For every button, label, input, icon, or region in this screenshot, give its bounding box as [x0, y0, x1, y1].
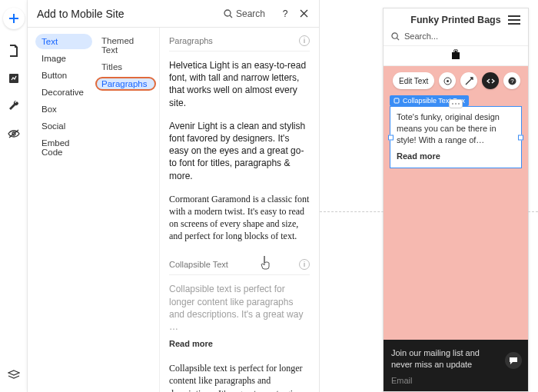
svg-line-10 [397, 38, 399, 40]
mobile-search-placeholder: Search... [404, 32, 438, 41]
mobile-site-title: Funky Printed Bags [404, 15, 508, 25]
info-icon[interactable]: i [299, 259, 310, 270]
panel-header: Add to Mobile Site Search ? [28, 0, 319, 28]
svg-point-12 [447, 80, 449, 82]
sample-collapsible-1-action[interactable]: Read more [169, 336, 310, 354]
help-icon[interactable]: ? [279, 8, 291, 20]
drag-handle[interactable] [449, 99, 463, 108]
section-collapsible: Collapsible Text i [169, 251, 310, 275]
category-box[interactable]: Box [35, 101, 92, 117]
category-text[interactable]: Text [35, 34, 92, 49]
info-icon[interactable]: i [299, 35, 310, 46]
category-embed[interactable]: Embed Code [35, 135, 92, 160]
preview-column: Paragraphs i Helvetica Light is an easy-… [160, 28, 319, 392]
svg-point-5 [224, 10, 231, 16]
menu-icon[interactable] [508, 15, 520, 25]
mobile-search[interactable]: Search... [391, 30, 520, 42]
tools-icon[interactable] [5, 97, 23, 115]
close-icon[interactable] [297, 8, 310, 20]
animation-button[interactable] [460, 72, 477, 89]
section-paragraphs-label: Paragraphs [169, 36, 213, 45]
sample-helvetica[interactable]: Helvetica Light is an easy-to-read font,… [169, 51, 310, 112]
mobile-preview: Funky Printed Bags Search... Edit Text [383, 8, 529, 392]
mobile-canvas[interactable]: Edit Text ? Collapsibl [384, 66, 528, 340]
element-read-more[interactable]: Read more [397, 151, 515, 162]
footer-text: Join our mailing list and never miss an … [391, 347, 520, 370]
edit-text-button[interactable]: Edit Text [393, 72, 434, 89]
category-button[interactable]: Button [35, 68, 92, 83]
element-toolbar: Edit Text ? [393, 72, 522, 89]
sample-avenir[interactable]: Avenir Light is a clean and stylish font… [169, 112, 310, 185]
sample-garamond[interactable]: Cormorant Garamond is a classic font wit… [169, 185, 310, 246]
sample-collapsible-1[interactable]: Collapsible text is perfect for longer c… [169, 275, 310, 336]
category-social[interactable]: Social [35, 118, 92, 134]
layers-icon[interactable] [5, 366, 23, 384]
subcategory-list: Themed Text Titles Paragraphs [92, 28, 160, 392]
bag-icon [451, 49, 460, 60]
email-field-label[interactable]: Email [391, 376, 520, 385]
section-collapsible-label: Collapsible Text [169, 260, 228, 269]
add-button[interactable] [3, 8, 25, 29]
svg-point-9 [392, 32, 397, 38]
code-button[interactable] [482, 72, 499, 89]
help-button[interactable]: ? [503, 72, 520, 89]
sample-collapsible-2[interactable]: Collapsible text is perfect for longer c… [169, 354, 310, 392]
editor-stage: Funky Printed Bags Search... Edit Text [320, 0, 538, 392]
section-paragraphs: Paragraphs i [169, 28, 310, 51]
panel-search[interactable]: Search [224, 8, 265, 19]
category-decorative[interactable]: Decorative [35, 85, 92, 100]
subcat-paragraphs[interactable]: Paragraphs [95, 77, 156, 91]
panel-search-label: Search [236, 8, 265, 19]
svg-rect-15 [394, 98, 399, 103]
svg-line-6 [230, 15, 232, 18]
hide-icon[interactable] [5, 125, 23, 143]
subcat-themed-text[interactable]: Themed Text [95, 34, 156, 57]
panel-title: Add to Mobile Site [37, 8, 125, 20]
selected-element[interactable]: Tote's funky, original design means you … [390, 106, 522, 168]
pages-icon[interactable] [5, 42, 23, 60]
category-list: Text Image Button Decorative Box Social … [28, 28, 92, 392]
add-panel: Add to Mobile Site Search ? Text Image B… [28, 0, 320, 392]
cart-bar[interactable] [384, 45, 528, 66]
element-body-text: Tote's funky, original design means you … [397, 111, 515, 146]
mobile-footer: Join our mailing list and never miss an … [384, 340, 528, 391]
subcat-titles[interactable]: Titles [95, 60, 156, 74]
design-icon[interactable] [5, 69, 23, 88]
category-image[interactable]: Image [35, 51, 92, 66]
left-tool-rail [0, 0, 28, 392]
svg-rect-1 [9, 18, 18, 19]
design-button[interactable] [439, 72, 456, 89]
svg-text:?: ? [510, 78, 514, 85]
